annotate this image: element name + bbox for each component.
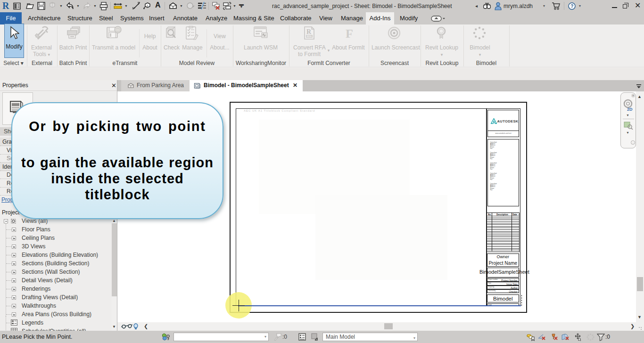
svg-text:?: ? [570,4,573,9]
svg-text:RFA: RFA [307,35,312,38]
svg-text:R: R [306,28,312,35]
svg-text:F: F [346,27,353,40]
